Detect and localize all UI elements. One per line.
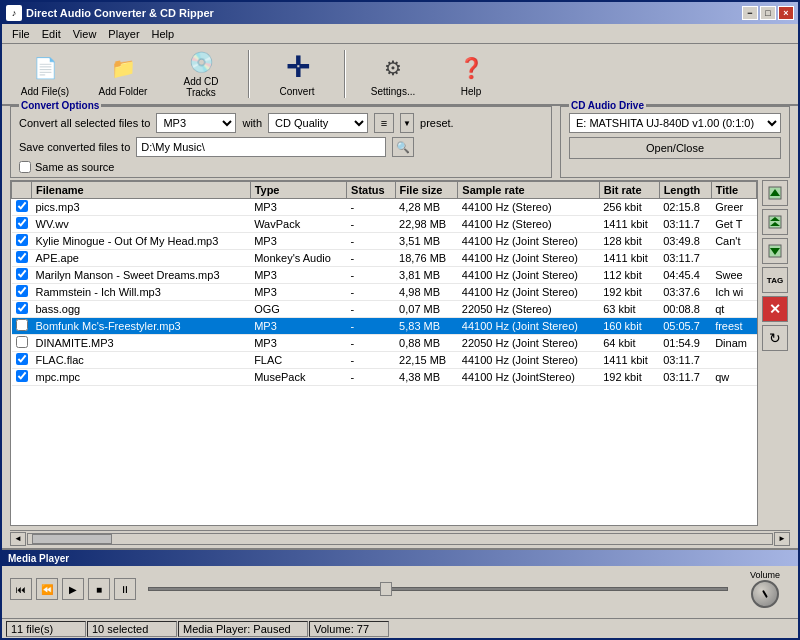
row-status: - bbox=[347, 284, 396, 301]
delete-button[interactable]: ✕ bbox=[762, 296, 788, 322]
menu-help[interactable]: Help bbox=[146, 26, 181, 42]
prev-button[interactable]: ⏮ bbox=[10, 578, 32, 600]
row-checkbox-cell[interactable] bbox=[12, 318, 32, 335]
table-row[interactable]: WV.wv WavPack - 22,98 MB 44100 Hz (Stere… bbox=[12, 216, 757, 233]
row-filesize: 4,98 MB bbox=[395, 284, 458, 301]
row-checkbox[interactable] bbox=[16, 200, 28, 212]
media-player-panel: Media Player ⏮ ⏪ ▶ ■ ⏸ Volume bbox=[2, 548, 798, 618]
table-row[interactable]: pics.mp3 MP3 - 4,28 MB 44100 Hz (Stereo)… bbox=[12, 199, 757, 216]
same-as-source-checkbox[interactable] bbox=[19, 161, 31, 173]
help-button[interactable]: Help bbox=[436, 48, 506, 100]
quality-settings-button[interactable]: ≡ bbox=[374, 113, 394, 133]
volume-indicator bbox=[762, 590, 768, 598]
row-checkbox-cell[interactable] bbox=[12, 335, 32, 352]
row-type: OGG bbox=[250, 301, 346, 318]
row-filename: APE.ape bbox=[32, 250, 251, 267]
row-filename: Kylie Minogue - Out Of My Head.mp3 bbox=[32, 233, 251, 250]
col-filename[interactable]: Filename bbox=[32, 182, 251, 199]
table-row[interactable]: mpc.mpc MusePack - 4,38 MB 44100 Hz (Joi… bbox=[12, 369, 757, 386]
row-checkbox[interactable] bbox=[16, 319, 28, 331]
app-icon: ♪ bbox=[6, 5, 22, 21]
add-files-button[interactable]: Add File(s) bbox=[10, 48, 80, 100]
pause-button[interactable]: ⏸ bbox=[114, 578, 136, 600]
playback-slider[interactable] bbox=[148, 579, 728, 599]
row-checkbox[interactable] bbox=[16, 217, 28, 229]
slider-thumb[interactable] bbox=[380, 582, 392, 596]
col-status[interactable]: Status bbox=[347, 182, 396, 199]
menu-view[interactable]: View bbox=[67, 26, 103, 42]
row-checkbox-cell[interactable] bbox=[12, 284, 32, 301]
stop-button[interactable]: ■ bbox=[88, 578, 110, 600]
col-length[interactable]: Length bbox=[659, 182, 711, 199]
col-samplerate[interactable]: Sample rate bbox=[458, 182, 599, 199]
row-checkbox[interactable] bbox=[16, 234, 28, 246]
row-checkbox[interactable] bbox=[16, 268, 28, 280]
row-filesize: 0,07 MB bbox=[395, 301, 458, 318]
table-row[interactable]: Rammstein - Ich Will.mp3 MP3 - 4,98 MB 4… bbox=[12, 284, 757, 301]
open-close-button[interactable]: Open/Close bbox=[569, 137, 781, 159]
tag-button[interactable]: TAG bbox=[762, 267, 788, 293]
table-row[interactable]: Kylie Minogue - Out Of My Head.mp3 MP3 -… bbox=[12, 233, 757, 250]
cd-drive-select[interactable]: E: MATSHITA UJ-840D v1.00 (0:1:0) bbox=[569, 113, 781, 133]
table-row[interactable]: APE.ape Monkey's Audio - 18,76 MB 44100 … bbox=[12, 250, 757, 267]
col-filesize[interactable]: File size bbox=[395, 182, 458, 199]
row-checkbox-cell[interactable] bbox=[12, 352, 32, 369]
table-row[interactable]: Bomfunk Mc's-Freestyler.mp3 MP3 - 5,83 M… bbox=[12, 318, 757, 335]
row-checkbox[interactable] bbox=[16, 370, 28, 382]
row-filesize: 18,76 MB bbox=[395, 250, 458, 267]
row-checkbox[interactable] bbox=[16, 251, 28, 263]
save-path-input[interactable] bbox=[136, 137, 386, 157]
col-title[interactable]: Title bbox=[711, 182, 756, 199]
scroll-right-button[interactable]: ► bbox=[774, 532, 790, 546]
row-filesize: 4,28 MB bbox=[395, 199, 458, 216]
format-select[interactable]: MP3 bbox=[156, 113, 236, 133]
maximize-button[interactable]: □ bbox=[760, 6, 776, 20]
row-type: MP3 bbox=[250, 199, 346, 216]
row-length: 01:54.9 bbox=[659, 335, 711, 352]
settings-button[interactable]: Settings... bbox=[358, 48, 428, 100]
row-length: 03:49.8 bbox=[659, 233, 711, 250]
move-down-button[interactable] bbox=[762, 238, 788, 264]
quality-arrow-button[interactable]: ▼ bbox=[400, 113, 414, 133]
add-cd-button[interactable]: Add CD Tracks bbox=[166, 48, 236, 100]
scrollbar-track[interactable] bbox=[27, 533, 773, 545]
row-checkbox-cell[interactable] bbox=[12, 199, 32, 216]
quality-select[interactable]: CD Quality bbox=[268, 113, 368, 133]
row-length: 03:11.7 bbox=[659, 369, 711, 386]
row-checkbox[interactable] bbox=[16, 302, 28, 314]
row-checkbox[interactable] bbox=[16, 336, 28, 348]
move-up-button[interactable] bbox=[762, 180, 788, 206]
row-checkbox[interactable] bbox=[16, 285, 28, 297]
cd-drive-row: E: MATSHITA UJ-840D v1.00 (0:1:0) bbox=[569, 113, 781, 133]
menu-file[interactable]: File bbox=[6, 26, 36, 42]
table-row[interactable]: bass.ogg OGG - 0,07 MB 22050 Hz (Stereo)… bbox=[12, 301, 757, 318]
row-checkbox-cell[interactable] bbox=[12, 250, 32, 267]
add-folder-button[interactable]: Add Folder bbox=[88, 48, 158, 100]
volume-knob[interactable] bbox=[751, 580, 779, 608]
menu-edit[interactable]: Edit bbox=[36, 26, 67, 42]
row-checkbox-cell[interactable] bbox=[12, 216, 32, 233]
refresh-button[interactable]: ↻ bbox=[762, 325, 788, 351]
move-top-button[interactable] bbox=[762, 209, 788, 235]
rewind-button[interactable]: ⏪ bbox=[36, 578, 58, 600]
col-type[interactable]: Type bbox=[250, 182, 346, 199]
row-checkbox-cell[interactable] bbox=[12, 301, 32, 318]
play-button[interactable]: ▶ bbox=[62, 578, 84, 600]
row-checkbox-cell[interactable] bbox=[12, 267, 32, 284]
close-button[interactable]: × bbox=[778, 6, 794, 20]
minimize-button[interactable]: − bbox=[742, 6, 758, 20]
table-row[interactable]: FLAC.flac FLAC - 22,15 MB 44100 Hz (Join… bbox=[12, 352, 757, 369]
row-checkbox[interactable] bbox=[16, 353, 28, 365]
menu-player[interactable]: Player bbox=[102, 26, 145, 42]
browse-button[interactable]: 🔍 bbox=[392, 137, 414, 157]
add-files-label: Add File(s) bbox=[21, 86, 69, 97]
scrollbar-thumb[interactable] bbox=[32, 534, 112, 544]
col-bitrate[interactable]: Bit rate bbox=[599, 182, 659, 199]
scroll-left-button[interactable]: ◄ bbox=[10, 532, 26, 546]
row-checkbox-cell[interactable] bbox=[12, 369, 32, 386]
table-row[interactable]: Marilyn Manson - Sweet Dreams.mp3 MP3 - … bbox=[12, 267, 757, 284]
row-checkbox-cell[interactable] bbox=[12, 233, 32, 250]
horizontal-scrollbar[interactable]: ◄ ► bbox=[10, 530, 790, 546]
table-row[interactable]: DINAMITE.MP3 MP3 - 0,88 MB 22050 Hz (Joi… bbox=[12, 335, 757, 352]
convert-button[interactable]: ✛ Convert bbox=[262, 48, 332, 100]
